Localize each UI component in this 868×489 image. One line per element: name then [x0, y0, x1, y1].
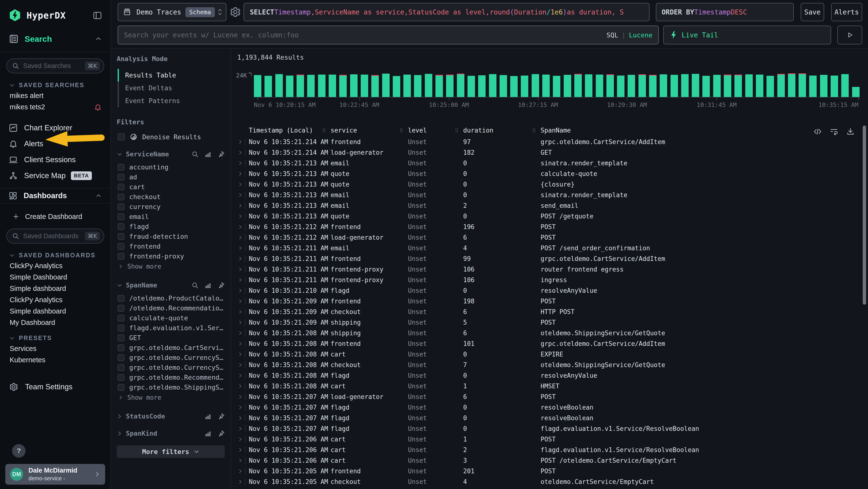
- table-row[interactable]: Nov 6 10:35:21.210 AMflagdUnset0resolveA…: [237, 285, 868, 296]
- expand-row-icon[interactable]: [237, 317, 249, 328]
- filter-option[interactable]: email: [118, 212, 225, 222]
- table-row[interactable]: Nov 6 10:35:21.207 AMflagdUnset0flagd.ev…: [237, 423, 868, 434]
- expand-row-icon[interactable]: [237, 222, 249, 232]
- table-row[interactable]: Nov 6 10:35:21.211 AMfrontend-proxyUnset…: [237, 275, 868, 285]
- filter-group-header[interactable]: SpanKind: [117, 430, 225, 437]
- expand-row-icon[interactable]: [237, 477, 249, 487]
- filter-checkbox[interactable]: [118, 315, 124, 321]
- select-clause-editor[interactable]: SELECT Timestamp, ServiceName as service…: [244, 3, 650, 21]
- expand-row-icon[interactable]: [237, 211, 249, 222]
- sidebar-item-chart-explorer[interactable]: Chart Explorer: [6, 120, 104, 136]
- saved-dashboards-search[interactable]: ⌘K: [6, 229, 104, 243]
- sidebar-item-dashboards[interactable]: Dashboards: [0, 188, 111, 203]
- saved-searches-search[interactable]: ⌘K: [6, 58, 104, 74]
- filter-group-header[interactable]: ServiceName: [117, 150, 225, 158]
- table-row[interactable]: Nov 6 10:35:21.214 AMload-generatorUnset…: [237, 147, 868, 158]
- pin-icon[interactable]: [217, 430, 225, 437]
- table-row[interactable]: Nov 6 10:35:21.207 AMflagdUnset0resolveB…: [237, 402, 868, 413]
- expand-row-icon[interactable]: [237, 275, 249, 285]
- table-row[interactable]: Nov 6 10:35:21.206 AMcartUnset3POST /ote…: [237, 455, 868, 466]
- table-row[interactable]: Nov 6 10:35:21.206 AMcartUnset2flagd.eva…: [237, 444, 868, 455]
- expand-row-icon[interactable]: [237, 137, 249, 147]
- filter-checkbox[interactable]: [118, 384, 124, 391]
- table-row[interactable]: Nov 6 10:35:21.208 AMflagdUnset0resolveA…: [237, 370, 868, 381]
- filter-option[interactable]: flagd.evaluation.v1.Ser…: [118, 323, 225, 333]
- table-row[interactable]: Nov 6 10:35:21.213 AMemailUnset0sinatra.…: [237, 190, 868, 200]
- filter-option[interactable]: /oteldemo.Recommendatio…: [118, 303, 225, 313]
- table-row[interactable]: Nov 6 10:35:21.211 AMfrontendUnset99grpc…: [237, 253, 868, 264]
- expand-row-icon[interactable]: [237, 328, 249, 338]
- save-button[interactable]: Save: [801, 3, 824, 21]
- filter-checkbox[interactable]: [118, 233, 124, 240]
- filter-option[interactable]: calculate-quote: [118, 313, 225, 323]
- saved-dashboards-input[interactable]: [23, 232, 85, 240]
- expand-row-icon[interactable]: [237, 190, 249, 200]
- presets-header[interactable]: PRESETS: [9, 335, 104, 342]
- expand-row-icon[interactable]: [237, 466, 249, 477]
- column-header-service[interactable]: service: [331, 127, 408, 134]
- filter-option[interactable]: frontend-proxy: [118, 251, 225, 261]
- saved-dashboard-item[interactable]: Simple Dashboard: [6, 271, 104, 283]
- filter-checkbox[interactable]: [118, 344, 124, 351]
- live-tail-button[interactable]: Live Tail: [663, 26, 831, 45]
- expand-row-icon[interactable]: [237, 455, 249, 466]
- filter-checkbox[interactable]: [118, 325, 124, 332]
- filter-checkbox[interactable]: [118, 305, 124, 312]
- filter-option[interactable]: accounting: [118, 162, 225, 172]
- expand-row-icon[interactable]: [237, 158, 249, 169]
- filter-checkbox[interactable]: [118, 223, 124, 230]
- help-button[interactable]: ?: [12, 444, 26, 458]
- filter-option[interactable]: currency: [118, 202, 225, 212]
- sidebar-item-search[interactable]: Search: [0, 34, 111, 44]
- table-row[interactable]: Nov 6 10:35:21.214 AMfrontendUnset97grpc…: [237, 137, 868, 147]
- show-more-button[interactable]: Show more: [118, 392, 225, 403]
- filter-option[interactable]: checkout: [118, 192, 225, 202]
- filter-checkbox[interactable]: [118, 164, 124, 171]
- table-row[interactable]: Nov 6 10:35:21.213 AMemailUnset0sinatra.…: [237, 158, 868, 169]
- table-row[interactable]: Nov 6 10:35:21.208 AMcartUnset0EXPIRE: [237, 349, 868, 359]
- table-row[interactable]: Nov 6 10:35:21.211 AMfrontend-proxyUnset…: [237, 264, 868, 275]
- expand-row-icon[interactable]: [237, 253, 249, 264]
- saved-dashboard-item[interactable]: Simple dashboard: [6, 283, 104, 294]
- expand-row-icon[interactable]: [237, 147, 249, 158]
- filter-option[interactable]: grpc.oteldemo.CurrencyS…: [118, 353, 225, 363]
- table-row[interactable]: Nov 6 10:35:21.211 AMemailUnset4POST /se…: [237, 243, 868, 253]
- saved-dashboard-item[interactable]: Simple dashboard: [6, 306, 104, 317]
- filter-checkbox[interactable]: [118, 174, 124, 180]
- sidebar-item-alerts[interactable]: Alerts: [6, 136, 104, 152]
- table-row[interactable]: Nov 6 10:35:21.209 AMshippingUnset5POST: [237, 317, 868, 328]
- event-search-bar[interactable]: SQL | Lucene: [118, 26, 659, 45]
- show-more-button[interactable]: Show more: [118, 261, 225, 272]
- column-drag-handle-icon[interactable]: [322, 128, 326, 133]
- analysis-mode-results-table[interactable]: Results Table: [118, 69, 225, 82]
- filter-checkbox[interactable]: [118, 203, 124, 210]
- saved-searches-input[interactable]: [23, 62, 85, 70]
- preset-item[interactable]: Services: [6, 343, 104, 354]
- search-icon[interactable]: [191, 151, 199, 158]
- filter-option[interactable]: grpc.oteldemo.Recommend…: [118, 372, 225, 382]
- filter-checkbox[interactable]: [118, 354, 124, 361]
- bar-chart-icon[interactable]: [205, 430, 212, 437]
- table-row[interactable]: Nov 6 10:35:21.213 AMquoteUnset0calculat…: [237, 169, 868, 179]
- table-row[interactable]: Nov 6 10:35:21.213 AMemailUnset2send_ema…: [237, 200, 868, 211]
- sidebar-item-service-map[interactable]: Service MapBETA: [6, 168, 104, 184]
- filter-option[interactable]: fraud-detection: [118, 231, 225, 241]
- expand-row-icon[interactable]: [237, 179, 249, 190]
- pin-icon[interactable]: [217, 151, 225, 158]
- table-row[interactable]: Nov 6 10:35:21.208 AMfrontendUnset101grp…: [237, 338, 868, 349]
- events-histogram[interactable]: [254, 74, 860, 97]
- saved-dashboard-item[interactable]: My Dashboard: [6, 317, 104, 328]
- filter-option[interactable]: cart: [118, 182, 225, 192]
- column-drag-handle-icon[interactable]: [532, 128, 536, 133]
- chevron-up-icon[interactable]: [95, 193, 102, 199]
- saved-searches-header[interactable]: SAVED SEARCHES: [9, 82, 104, 89]
- saved-dashboard-item[interactable]: ClickPy Analytics: [6, 260, 104, 271]
- preset-item[interactable]: Kubernetes: [6, 354, 104, 366]
- filter-checkbox[interactable]: [118, 374, 124, 381]
- table-row[interactable]: Nov 6 10:35:21.212 AMload-generatorUnset…: [237, 232, 868, 243]
- saved-dashboards-header[interactable]: SAVED DASHBOARDS: [9, 252, 104, 259]
- analysis-mode-event-deltas[interactable]: Event Deltas: [118, 82, 225, 94]
- table-row[interactable]: Nov 6 10:35:21.213 AMquoteUnset0{closure…: [237, 179, 868, 190]
- create-dashboard-button[interactable]: Create Dashboard: [6, 210, 104, 223]
- saved-dashboard-item[interactable]: ClickPy Analytics: [6, 294, 104, 306]
